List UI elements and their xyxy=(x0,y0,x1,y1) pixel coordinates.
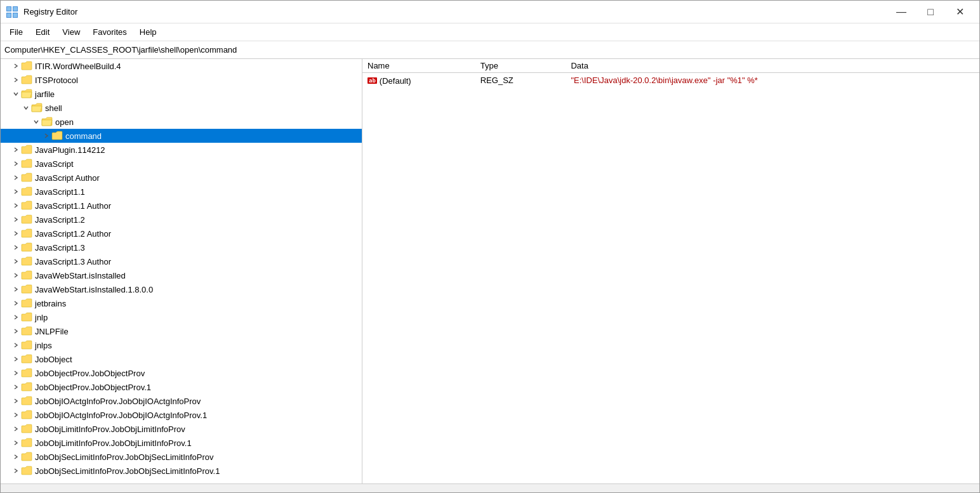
tree-item-jetbrains[interactable]: jetbrains xyxy=(1,296,362,310)
folder-icon-jobobjectprov xyxy=(21,368,32,378)
tree-label-javascript12: JavaScript1.2 xyxy=(35,215,85,225)
tree-label-jobobjio1: JobObjIOActgInfoProv.JobObjIOActgInfoPro… xyxy=(35,411,207,420)
tree-item-javascript12-author[interactable]: JavaScript1.2 Author xyxy=(1,227,362,240)
tree-item-javascript-author[interactable]: JavaScript Author xyxy=(1,171,362,185)
tree-label-javascript13: JavaScript1.3 xyxy=(35,243,85,253)
expander-itir[interactable] xyxy=(11,61,21,71)
tree-label-shell: shell xyxy=(45,103,62,113)
maximize-button[interactable]: □ xyxy=(916,1,945,23)
main-content: ITIR.WordWheelBuild.4 ITSProtocol jarfil… xyxy=(1,59,979,483)
expander-jnlp[interactable] xyxy=(11,312,21,322)
svg-rect-4 xyxy=(7,7,11,11)
address-path: Computer\HKEY_CLASSES_ROOT\jarfile\shell… xyxy=(4,45,237,55)
tree-item-jobobjectprov1[interactable]: JobObjectProv.JobObjectProv.1 xyxy=(1,380,362,394)
expander-javascript11[interactable] xyxy=(11,187,21,197)
registry-tree-panel[interactable]: ITIR.WordWheelBuild.4 ITSProtocol jarfil… xyxy=(1,59,362,483)
menu-help[interactable]: Help xyxy=(133,25,163,39)
tree-item-jnlps[interactable]: jnlps xyxy=(1,338,362,352)
tree-item-javawebstart-installed2[interactable]: JavaWebStart.isInstalled.1.8.0.0 xyxy=(1,282,362,296)
expander-jobobjsec[interactable] xyxy=(11,452,21,462)
expander-jobobjectprov[interactable] xyxy=(11,368,21,378)
folder-icon-jobobjio1 xyxy=(21,410,32,420)
folder-icon-jobobjectprov1 xyxy=(21,382,32,392)
tree-label-javawebstart-installed: JavaWebStart.isInstalled xyxy=(35,271,126,280)
tree-label-open: open xyxy=(55,117,74,127)
expander-jnlpfile[interactable] xyxy=(11,326,21,336)
expander-shell[interactable] xyxy=(21,103,31,113)
expander-jobobjlimit1[interactable] xyxy=(11,438,21,448)
expander-jobobject[interactable] xyxy=(11,354,21,364)
col-data: Data xyxy=(566,59,979,73)
folder-icon-jobobjlimit xyxy=(21,424,32,434)
tree-item-itsprotocol[interactable]: ITSProtocol xyxy=(1,73,362,87)
tree-item-jnlp[interactable]: jnlp xyxy=(1,310,362,324)
tree-item-jnlpfile[interactable]: JNLPFile xyxy=(1,324,362,338)
folder-icon-jobobject xyxy=(21,354,32,364)
expander-javawebstart-installed2[interactable] xyxy=(11,284,21,294)
tree-label-javascript13-author: JavaScript1.3 Author xyxy=(35,257,111,266)
tree-item-javawebstart-installed[interactable]: JavaWebStart.isInstalled xyxy=(1,268,362,282)
tree-item-shell[interactable]: shell xyxy=(1,101,362,115)
menu-edit[interactable]: Edit xyxy=(29,25,56,39)
window-controls: — □ ✕ xyxy=(887,1,974,23)
tree-item-jobobjio[interactable]: JobObjIOActgInfoProv.JobObjIOActgInfoPro… xyxy=(1,394,362,408)
expander-jobobjsec1[interactable] xyxy=(11,466,21,476)
tree-label-jobobjsec1: JobObjSecLimitInfoProv.JobObjSecLimitInf… xyxy=(35,466,220,476)
tree-label-command: command xyxy=(65,131,102,141)
registry-values-panel[interactable]: Name Type Data ab(Default)REG_SZ"E:\IDE\… xyxy=(362,59,979,483)
tree-item-jarfile[interactable]: jarfile xyxy=(1,87,362,101)
tree-item-itir[interactable]: ITIR.WordWheelBuild.4 xyxy=(1,59,362,73)
menu-favorites[interactable]: Favorites xyxy=(86,25,133,39)
folder-icon-jobobjlimit1 xyxy=(21,438,32,448)
expander-jobobjlimit[interactable] xyxy=(11,424,21,434)
folder-icon-open xyxy=(41,117,53,127)
tree-item-javascript13-author[interactable]: JavaScript1.3 Author xyxy=(1,254,362,268)
tree-item-jobobjlimit[interactable]: JobObjLimitInfoProv.JobObjLimitInfoProv xyxy=(1,422,362,436)
expander-jobobjectprov1[interactable] xyxy=(11,382,21,392)
expander-javascript-author[interactable] xyxy=(11,173,21,183)
tree-item-command[interactable]: command xyxy=(1,129,362,143)
tree-item-open[interactable]: open xyxy=(1,115,362,129)
tree-item-javascript11[interactable]: JavaScript1.1 xyxy=(1,185,362,199)
tree-item-jobobject[interactable]: JobObject xyxy=(1,352,362,366)
expander-itsprotocol[interactable] xyxy=(11,75,21,85)
tree-item-javascript11-author[interactable]: JavaScript1.1 Author xyxy=(1,199,362,213)
tree-item-jobobjio1[interactable]: JobObjIOActgInfoProv.JobObjIOActgInfoPro… xyxy=(1,408,362,422)
registry-row-0[interactable]: ab(Default)REG_SZ"E:\IDE\Java\jdk-20.0.2… xyxy=(362,73,979,88)
tree-label-javascript11: JavaScript1.1 xyxy=(35,187,85,197)
tree-item-jobobjlimit1[interactable]: JobObjLimitInfoProv.JobObjLimitInfoProv.… xyxy=(1,436,362,450)
minimize-button[interactable]: — xyxy=(887,1,916,23)
expander-open[interactable] xyxy=(31,117,41,127)
expander-javaplugin[interactable] xyxy=(11,145,21,155)
expander-javascript12[interactable] xyxy=(11,214,21,225)
expander-jobobjio[interactable] xyxy=(11,396,21,406)
expander-jetbrains[interactable] xyxy=(11,298,21,308)
close-button[interactable]: ✕ xyxy=(945,1,974,23)
expander-javascript13-author[interactable] xyxy=(11,256,21,266)
expander-javascript11-author[interactable] xyxy=(11,200,21,211)
menu-bar: File Edit View Favorites Help xyxy=(1,23,979,41)
expander-jnlps[interactable] xyxy=(11,340,21,350)
bottom-scrollbar[interactable] xyxy=(1,483,979,492)
expander-javascript13[interactable] xyxy=(11,242,21,253)
tree-item-javascript13[interactable]: JavaScript1.3 xyxy=(1,240,362,254)
tree-item-jobobjsec[interactable]: JobObjSecLimitInfoProv.JobObjSecLimitInf… xyxy=(1,450,362,464)
menu-file[interactable]: File xyxy=(3,25,29,39)
title-bar: Registry Editor — □ ✕ xyxy=(1,1,979,23)
expander-jarfile[interactable] xyxy=(11,89,21,99)
expander-jobobjio1[interactable] xyxy=(11,410,21,420)
tree-item-jobobjectprov[interactable]: JobObjectProv.JobObjectProv xyxy=(1,366,362,380)
expander-javascript12-author[interactable] xyxy=(11,228,21,239)
expander-command[interactable] xyxy=(41,131,51,141)
reg-type-0: REG_SZ xyxy=(475,73,566,88)
expander-javascript[interactable] xyxy=(11,159,21,169)
menu-view[interactable]: View xyxy=(56,25,86,39)
tree-item-javascript12[interactable]: JavaScript1.2 xyxy=(1,213,362,227)
tree-item-jobobjsec1[interactable]: JobObjSecLimitInfoProv.JobObjSecLimitInf… xyxy=(1,464,362,478)
tree-item-javascript[interactable]: JavaScript xyxy=(1,157,362,171)
expander-javawebstart-installed[interactable] xyxy=(11,270,21,280)
tree-item-javaplugin[interactable]: JavaPlugin.114212 xyxy=(1,143,362,157)
tree-label-jobobjectprov: JobObjectProv.JobObjectProv xyxy=(35,369,145,378)
tree-label-javaplugin: JavaPlugin.114212 xyxy=(35,145,105,155)
col-type: Type xyxy=(475,59,566,73)
